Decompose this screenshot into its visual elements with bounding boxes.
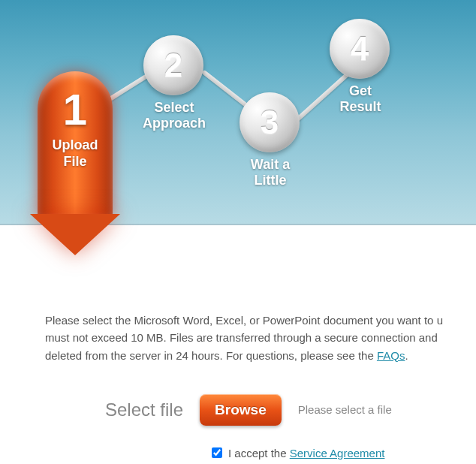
steps-hero: 1 Upload File 2 Select Approach 3 Wait a… bbox=[0, 0, 476, 225]
accept-prefix: I accept the bbox=[228, 447, 290, 459]
file-status-text: Please select a file bbox=[298, 403, 392, 416]
service-agreement-link[interactable]: Service Agreement bbox=[290, 447, 385, 459]
instructions-line1: Please select the Microsoft Word, Excel,… bbox=[45, 314, 443, 327]
step-4-number: 4 bbox=[351, 30, 369, 68]
step-3-circle: 3 bbox=[240, 92, 300, 152]
upload-panel: Please select the Microsoft Word, Excel,… bbox=[0, 225, 476, 459]
accept-agreement-checkbox[interactable] bbox=[212, 447, 222, 458]
instructions-text: Please select the Microsoft Word, Excel,… bbox=[45, 312, 476, 364]
step-2-number: 2 bbox=[164, 47, 182, 84]
faqs-link[interactable]: FAQs bbox=[377, 349, 405, 362]
step-3-number: 3 bbox=[261, 104, 279, 141]
step-1-label-l2: File bbox=[63, 154, 86, 169]
step-4-label-l1: Get bbox=[349, 83, 372, 98]
instructions-line2: must not exceed 10 MB. Files are transfe… bbox=[45, 331, 438, 344]
step-3-label-l2: Little bbox=[255, 173, 287, 188]
select-file-label: Select file bbox=[105, 399, 183, 420]
browse-button[interactable]: Browse bbox=[200, 394, 282, 426]
step-2-label-l1: Select bbox=[154, 100, 194, 115]
step-1-label-l1: Upload bbox=[53, 137, 98, 152]
step-2-label-l2: Approach bbox=[143, 116, 206, 131]
step-3-label-l1: Wait a bbox=[251, 157, 290, 172]
step-1-active: 1 Upload File bbox=[38, 71, 113, 255]
step-2-circle: 2 bbox=[143, 35, 203, 95]
step-4-circle: 4 bbox=[330, 19, 390, 79]
step-1-number: 1 bbox=[38, 88, 113, 131]
step-4-label-l2: Result bbox=[339, 99, 381, 114]
instructions-line3-post: . bbox=[405, 349, 408, 362]
arrow-down-icon bbox=[30, 214, 120, 255]
instructions-line3-pre: deleted from the server in 24 hours. For… bbox=[45, 349, 377, 362]
